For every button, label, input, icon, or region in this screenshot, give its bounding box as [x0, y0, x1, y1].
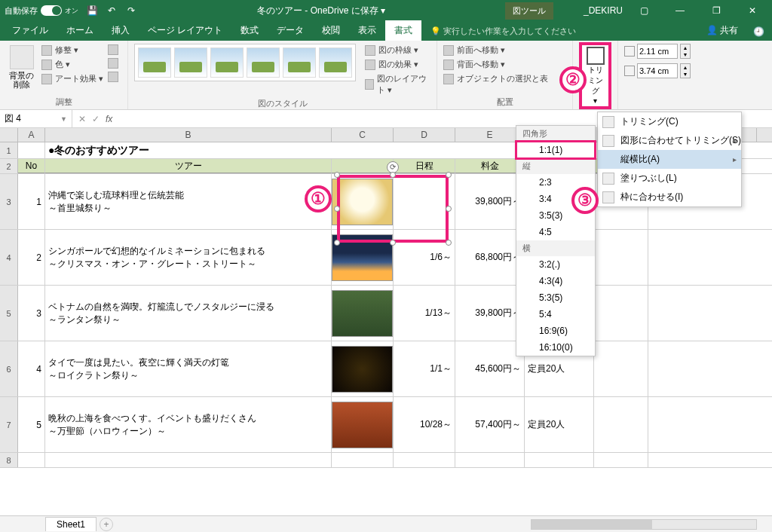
- height-spinner[interactable]: ▲▼: [680, 44, 691, 59]
- cell-date[interactable]: 1/13～: [394, 286, 455, 341]
- width-spinner[interactable]: ▲▼: [680, 63, 691, 78]
- reset-picture-icon[interactable]: [108, 71, 118, 83]
- cell[interactable]: [594, 453, 648, 467]
- cell-photo[interactable]: [332, 341, 394, 396]
- width-field[interactable]: [637, 63, 678, 78]
- new-sheet-button[interactable]: +: [100, 518, 113, 531]
- cell-tour[interactable]: シンガポールで幻想的なイルミネーションに包まれる ～クリスマス・オン・ア・グレー…: [45, 230, 332, 285]
- picture-tools-tab[interactable]: 図ツール: [505, 2, 553, 20]
- resize-handle[interactable]: [446, 206, 452, 212]
- name-box[interactable]: 図 4▼: [0, 110, 72, 127]
- header-blank[interactable]: [332, 159, 394, 173]
- resize-handle[interactable]: [334, 172, 340, 178]
- resize-handle[interactable]: [446, 172, 452, 178]
- tab-insert[interactable]: 挿入: [103, 20, 139, 41]
- header-no[interactable]: No: [18, 159, 45, 173]
- save-icon[interactable]: 💾: [86, 5, 98, 17]
- aspect-16-10[interactable]: 16:10(0): [516, 339, 595, 356]
- cell[interactable]: [18, 142, 45, 158]
- cell[interactable]: [332, 453, 394, 467]
- row-header[interactable]: 3: [0, 174, 18, 229]
- cell-price[interactable]: 57,400円～: [455, 397, 525, 452]
- fx-label[interactable]: fx: [106, 114, 112, 124]
- tour-photo[interactable]: [332, 290, 393, 337]
- aspect-1-1[interactable]: 1:1(1): [516, 142, 595, 158]
- col-header[interactable]: C: [332, 128, 394, 142]
- crop-menu-aspect[interactable]: 縦横比(A)▸: [598, 150, 741, 169]
- style-thumb[interactable]: [174, 47, 207, 78]
- cell-price[interactable]: 39,800円～: [455, 286, 525, 341]
- select-all-corner[interactable]: [0, 128, 18, 142]
- col-header[interactable]: D: [394, 128, 455, 142]
- cell-price[interactable]: 39,800円～: [455, 174, 525, 229]
- height-input[interactable]: ▲▼: [624, 44, 691, 59]
- sheet-tab[interactable]: Sheet1: [45, 517, 96, 531]
- undo-icon[interactable]: ↶: [106, 5, 118, 17]
- cell[interactable]: [594, 230, 648, 285]
- cell[interactable]: [394, 453, 455, 467]
- cell[interactable]: [455, 453, 525, 467]
- artistic-effects-button[interactable]: アート効果 ▾: [41, 72, 103, 85]
- resize-handle[interactable]: [390, 240, 396, 246]
- cell[interactable]: [18, 453, 45, 467]
- tab-file[interactable]: ファイル: [3, 20, 57, 41]
- tab-data[interactable]: データ: [268, 20, 313, 41]
- scrollbar-thumb[interactable]: [532, 520, 652, 529]
- change-picture-icon[interactable]: [108, 57, 118, 69]
- resize-handle[interactable]: [334, 206, 340, 212]
- cell-date[interactable]: 10/28～: [394, 397, 455, 452]
- tab-view[interactable]: 表示: [349, 20, 385, 41]
- crop-menu-trim[interactable]: トリミング(C): [598, 112, 741, 131]
- cell[interactable]: [594, 397, 648, 452]
- row-header[interactable]: 4: [0, 230, 18, 285]
- resize-handle[interactable]: [446, 240, 452, 246]
- style-thumb[interactable]: [283, 47, 316, 78]
- cell-tour[interactable]: 晩秋の上海を食べつくす。イベントも盛りだくさん ～万聖節（ハロウィーン）～: [45, 397, 332, 452]
- col-header[interactable]: E: [455, 128, 525, 142]
- cell-tour[interactable]: ベトナムの自然を満喫。灯籠流しでノスタルジーに浸る ～ランタン祭り～: [45, 286, 332, 341]
- cell-tour[interactable]: 沖縄で楽しむ琉球料理と伝統芸能 ～首里城祭り～: [45, 174, 332, 229]
- cell[interactable]: [594, 341, 648, 396]
- aspect-4-5[interactable]: 4:5: [516, 224, 595, 240]
- corrections-button[interactable]: 修整 ▾: [41, 44, 103, 57]
- style-thumb[interactable]: [319, 47, 352, 78]
- row-header[interactable]: 2: [0, 159, 18, 173]
- crop-menu-shape[interactable]: 図形に合わせてトリミング(S)▸: [598, 131, 741, 150]
- cell[interactable]: [45, 453, 332, 467]
- header-tour[interactable]: ツアー: [45, 159, 332, 173]
- picture-effects-button[interactable]: 図の効果 ▾: [365, 58, 430, 71]
- horizontal-scrollbar[interactable]: [531, 519, 757, 530]
- close-icon[interactable]: ✕: [737, 0, 767, 21]
- tab-review[interactable]: 校閲: [313, 20, 349, 41]
- cell-no[interactable]: 2: [18, 230, 45, 285]
- cell-price[interactable]: 68,800円～: [455, 230, 525, 285]
- tab-home[interactable]: ホーム: [57, 20, 103, 41]
- send-backward-button[interactable]: 背面へ移動 ▾: [443, 58, 548, 71]
- picture-border-button[interactable]: 図の枠線 ▾: [365, 44, 430, 57]
- col-header[interactable]: B: [45, 128, 332, 142]
- aspect-4-3[interactable]: 4:3(4): [516, 273, 595, 289]
- col-header[interactable]: A: [18, 128, 45, 142]
- enter-formula-icon[interactable]: ✓: [92, 114, 100, 124]
- row-header[interactable]: 6: [0, 341, 18, 396]
- cell[interactable]: [525, 453, 594, 467]
- style-thumb[interactable]: [247, 47, 280, 78]
- cell-photo[interactable]: [332, 397, 394, 452]
- height-field[interactable]: [637, 44, 678, 59]
- cell-no[interactable]: 4: [18, 341, 45, 396]
- bring-forward-button[interactable]: 前面へ移動 ▾: [443, 44, 548, 57]
- cell-photo[interactable]: [332, 286, 394, 341]
- ribbon-options-icon[interactable]: ▢: [629, 0, 659, 21]
- tell-me[interactable]: 💡 実行したい作業を入力してください: [430, 22, 576, 41]
- header-date[interactable]: 日程: [394, 159, 455, 173]
- tour-photo[interactable]: [332, 402, 393, 448]
- picture-layout-button[interactable]: 図のレイアウト ▾: [365, 72, 430, 96]
- remove-background-button[interactable]: 背景の 削除: [6, 44, 37, 90]
- aspect-3-2[interactable]: 3:2(.): [516, 256, 595, 273]
- crop-menu-fill[interactable]: 塗りつぶし(L): [598, 169, 741, 188]
- crop-menu-fit[interactable]: 枠に合わせる(I): [598, 188, 741, 206]
- aspect-5-3[interactable]: 5:3(5): [516, 289, 595, 306]
- cell-date[interactable]: 1/1～: [394, 341, 455, 396]
- row-header[interactable]: 7: [0, 397, 18, 452]
- row-header[interactable]: 1: [0, 142, 18, 158]
